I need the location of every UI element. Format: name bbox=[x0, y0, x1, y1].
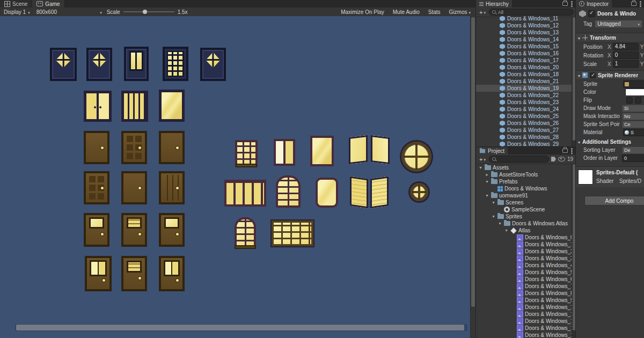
create-object-button[interactable] bbox=[478, 9, 487, 16]
tag-dropdown[interactable]: Untagged bbox=[595, 20, 642, 28]
hierarchy-item[interactable]: Doors & Windows_20 bbox=[476, 64, 576, 71]
gizmos-dropdown[interactable]: Gizmos bbox=[447, 8, 473, 16]
hierarchy-item[interactable]: Doors & Windows_21 bbox=[476, 78, 576, 85]
expander-icon[interactable]: ▾ bbox=[491, 200, 496, 205]
hierarchy-item[interactable]: Doors & Windows_16 bbox=[476, 50, 576, 57]
tab-hierarchy[interactable]: Hierarchy bbox=[476, 0, 512, 8]
sprite-field[interactable] bbox=[623, 80, 644, 88]
expander-icon[interactable]: ▾ bbox=[497, 221, 502, 226]
color-field[interactable] bbox=[625, 89, 644, 96]
hierarchy-item[interactable]: Doors & Windows_13 bbox=[476, 29, 576, 36]
lock-icon[interactable] bbox=[562, 149, 568, 153]
project-tree-item[interactable]: Doors & Windows bbox=[476, 185, 576, 192]
mute-audio-button[interactable]: Mute Audio bbox=[390, 8, 422, 16]
scale-slider[interactable] bbox=[123, 8, 174, 16]
foldout-icon[interactable] bbox=[578, 139, 580, 145]
hierarchy-item[interactable]: Doors & Windows_11 bbox=[476, 15, 576, 22]
horizontal-scrollbar[interactable] bbox=[15, 324, 467, 331]
project-tree-item[interactable]: Doors & Windows_10 bbox=[476, 304, 576, 311]
expander-icon[interactable]: ▸ bbox=[485, 172, 489, 177]
display-dropdown[interactable]: Display 1 bbox=[2, 8, 32, 16]
lock-icon[interactable] bbox=[562, 2, 568, 6]
hierarchy-item[interactable]: Doors & Windows_12 bbox=[476, 22, 576, 29]
additional-settings-header[interactable]: Additional Settings bbox=[576, 138, 644, 146]
scale-x-field[interactable]: 1 bbox=[613, 60, 639, 68]
project-tree-item[interactable]: Doors & Windows_5 bbox=[476, 269, 576, 276]
expander-icon[interactable]: ▾ bbox=[491, 214, 496, 219]
search-by-label-icon[interactable] bbox=[551, 157, 556, 161]
hierarchy-item[interactable]: Doors & Windows_26 bbox=[476, 120, 576, 127]
hierarchy-item[interactable]: Doors & Windows_14 bbox=[476, 36, 576, 43]
add-component-button[interactable]: Add Compo bbox=[584, 196, 644, 205]
flip-y-checkbox[interactable] bbox=[635, 97, 641, 104]
kebab-menu-icon[interactable] bbox=[640, 3, 641, 5]
hierarchy-item[interactable]: Doors & Windows_18 bbox=[476, 71, 576, 78]
project-tree-item[interactable]: Doors & Windows_12 bbox=[476, 318, 576, 325]
material-field[interactable]: S bbox=[623, 129, 644, 136]
tab-scene[interactable]: Scene bbox=[0, 0, 32, 8]
horizontal-scrollbar-thumb[interactable] bbox=[16, 325, 464, 330]
project-tree-item[interactable]: SampleScene bbox=[476, 206, 576, 213]
kebab-menu-icon[interactable] bbox=[571, 3, 573, 5]
expander-icon[interactable]: ▾ bbox=[485, 193, 489, 198]
sorting-layer-field[interactable]: De bbox=[622, 146, 644, 154]
project-tree-item[interactable]: Doors & Windows_0 bbox=[476, 234, 576, 241]
shader-value[interactable]: Sprites/D bbox=[619, 178, 641, 184]
tab-game[interactable]: Game bbox=[32, 0, 64, 8]
sprite-renderer-enabled-checkbox[interactable] bbox=[590, 72, 596, 78]
hierarchy-item[interactable]: Doors & Windows_17 bbox=[476, 57, 576, 64]
hierarchy-item[interactable]: Doors & Windows_22 bbox=[476, 92, 576, 99]
project-tree-item[interactable]: ▾Assets bbox=[476, 164, 576, 171]
hierarchy-item[interactable]: Doors & Windows_29 bbox=[476, 141, 576, 146]
create-asset-button[interactable] bbox=[478, 156, 487, 163]
stats-button[interactable]: Stats bbox=[426, 8, 443, 16]
project-tree-item[interactable]: ▸AssetStoreTools bbox=[476, 171, 576, 178]
expander-icon[interactable]: ▾ bbox=[485, 179, 489, 184]
expander-icon[interactable]: ▾ bbox=[478, 165, 483, 170]
project-tree-item[interactable]: ▾Scenes bbox=[476, 199, 576, 206]
expander-icon[interactable]: ▾ bbox=[504, 228, 509, 233]
project-tree-item[interactable]: Doors & Windows_3 bbox=[476, 255, 576, 262]
project-tree-item[interactable]: ▾uomwave91 bbox=[476, 192, 576, 199]
project-search-input[interactable] bbox=[489, 156, 549, 163]
mask-interaction-field[interactable]: No bbox=[622, 113, 644, 120]
vertical-scrollbar[interactable] bbox=[470, 16, 475, 338]
tab-inspector[interactable]: Inspector bbox=[576, 0, 612, 8]
draw-mode-field[interactable]: Si bbox=[622, 105, 644, 112]
project-tree-item[interactable]: ▾Sprites bbox=[476, 213, 576, 220]
position-x-field[interactable]: 4.84 bbox=[613, 43, 639, 50]
maximize-on-play-button[interactable]: Maximize On Play bbox=[338, 8, 387, 16]
project-tree-item[interactable]: Doors & Windows_14 bbox=[476, 332, 576, 338]
hidden-items-eye-icon[interactable] bbox=[558, 157, 565, 161]
foldout-icon[interactable] bbox=[578, 72, 580, 78]
project-tree-item[interactable]: ▾Prefabs bbox=[476, 178, 576, 185]
project-tree-item[interactable]: Doors & Windows_2 bbox=[476, 248, 576, 255]
project-tree-item[interactable]: Doors & Windows_6 bbox=[476, 276, 576, 283]
hierarchy-item[interactable]: Doors & Windows_23 bbox=[476, 99, 576, 106]
foldout-icon[interactable] bbox=[578, 35, 580, 41]
hierarchy-item[interactable]: Doors & Windows_19 bbox=[476, 85, 576, 92]
project-tree-item[interactable]: Doors & Windows_8 bbox=[476, 290, 576, 297]
sprite-sort-point-field[interactable]: Ce bbox=[622, 121, 644, 128]
rotation-x-field[interactable]: 0 bbox=[613, 52, 639, 59]
vertical-scrollbar-thumb[interactable] bbox=[471, 17, 475, 307]
transform-header[interactable]: Transform bbox=[576, 33, 644, 42]
order-in-layer-field[interactable]: 0 bbox=[622, 155, 644, 162]
project-tree-item[interactable]: ▾Atlas bbox=[476, 227, 576, 234]
project-tree-item[interactable]: Doors & Windows_1 bbox=[476, 241, 576, 248]
project-tree-item[interactable]: Doors & Windows_13 bbox=[476, 325, 576, 332]
project-tree-item[interactable]: Doors & Windows_4 bbox=[476, 262, 576, 269]
hierarchy-item[interactable]: Doors & Windows_24 bbox=[476, 106, 576, 113]
active-checkbox[interactable] bbox=[588, 10, 595, 17]
material-preview[interactable]: Sprites-Default ( Shader Sprites/D bbox=[576, 166, 644, 187]
resolution-dropdown[interactable]: 800x600 bbox=[35, 8, 104, 16]
hierarchy-item[interactable]: Doors & Windows_15 bbox=[476, 43, 576, 50]
flip-x-checkbox[interactable] bbox=[626, 97, 633, 104]
hierarchy-item[interactable]: Doors & Windows_28 bbox=[476, 134, 576, 141]
kebab-menu-icon[interactable] bbox=[571, 150, 573, 152]
hierarchy-item[interactable]: Doors & Windows_25 bbox=[476, 113, 576, 120]
scale-slider-thumb[interactable] bbox=[143, 10, 147, 14]
hierarchy-item[interactable]: Doors & Windows_27 bbox=[476, 127, 576, 134]
tab-project[interactable]: Project bbox=[476, 147, 508, 155]
game-canvas[interactable] bbox=[0, 16, 471, 338]
